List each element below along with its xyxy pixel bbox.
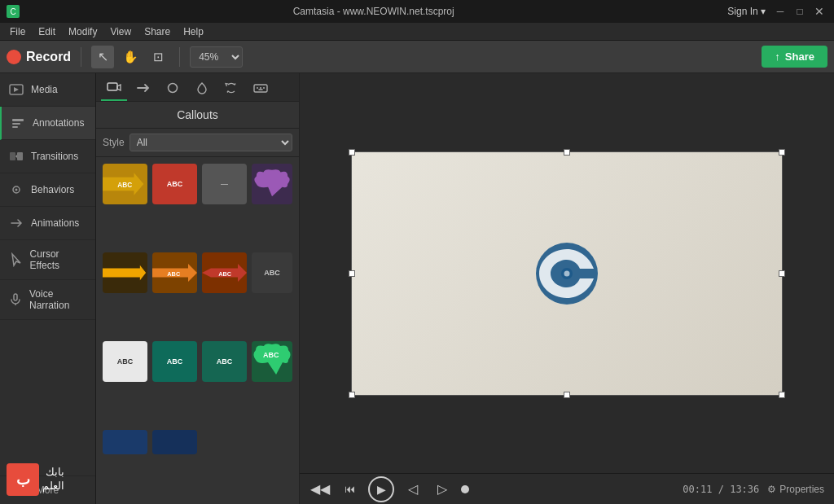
resize-handle-bm[interactable]: [564, 392, 570, 398]
rewind-button[interactable]: ◀◀: [309, 479, 331, 500]
callout-item[interactable]: —: [202, 164, 247, 204]
menu-share[interactable]: Share: [138, 24, 177, 39]
sidebar-item-annotations[interactable]: Annotations: [0, 107, 95, 140]
time-separator: /: [718, 484, 730, 495]
next-frame-button[interactable]: ▷: [432, 479, 453, 500]
sidebar-item-animations[interactable]: Animations: [0, 207, 95, 240]
menu-help[interactable]: Help: [177, 24, 210, 39]
resize-handle-ml[interactable]: [349, 270, 355, 277]
voice-narration-icon: [8, 291, 23, 308]
toolbar-separator-1: [81, 47, 81, 67]
callout-item[interactable]: [103, 430, 147, 454]
resize-handle-tr[interactable]: [779, 149, 785, 156]
prev-frame-icon: ◁: [408, 481, 418, 497]
menu-modify[interactable]: Modify: [62, 24, 103, 39]
maximize-button[interactable]: □: [792, 3, 808, 20]
menubar: File Edit Modify View Share Help: [0, 23, 834, 41]
sidebar-item-label-behaviors: Behaviors: [31, 184, 74, 195]
properties-button[interactable]: ⚙ Properties: [767, 484, 824, 495]
callout-item[interactable]: ABC: [152, 341, 197, 382]
tab-refresh[interactable]: [218, 77, 244, 101]
close-button[interactable]: ✕: [811, 3, 827, 20]
svg-point-11: [169, 84, 178, 93]
play-icon: ▶: [377, 483, 386, 496]
menu-view[interactable]: View: [103, 24, 138, 39]
sign-in-button[interactable]: Sign In ▾: [727, 6, 766, 17]
sidebar-item-voice-narration[interactable]: Voice Narration: [0, 280, 95, 320]
crop-tool-button[interactable]: ⊡: [147, 46, 169, 68]
tab-keyboard[interactable]: [248, 77, 274, 101]
callout-item[interactable]: ABC: [252, 252, 292, 293]
title-bar: C Camtasia - www.NEOWIN.net.tscproj Sign…: [0, 0, 834, 23]
callout-item[interactable]: ABC: [202, 252, 247, 293]
gear-icon: ⚙: [767, 484, 776, 495]
menu-edit[interactable]: Edit: [32, 24, 62, 39]
callout-item[interactable]: ABC: [103, 341, 147, 382]
tab-video[interactable]: [101, 77, 127, 101]
resize-handle-tl[interactable]: [349, 149, 355, 156]
zoom-select[interactable]: 45% 25% 50% 75% 100%: [190, 46, 243, 68]
svg-marker-19: [103, 265, 146, 280]
cursor-effects-icon: [8, 252, 24, 268]
callout-item[interactable]: [152, 430, 197, 454]
callout-item[interactable]: ABC: [202, 341, 247, 382]
callout-item[interactable]: ABC: [103, 164, 147, 204]
resize-handle-bl[interactable]: [349, 392, 355, 398]
watermark-line2: العلم: [42, 480, 64, 493]
play-button[interactable]: ▶: [368, 476, 394, 502]
share-button[interactable]: ↑ Share: [762, 46, 827, 68]
sidebar-item-cursor-effects[interactable]: Cursor Effects: [0, 240, 95, 280]
step-back-icon: ⏮: [345, 483, 355, 495]
tab-arrow[interactable]: [130, 77, 156, 101]
callout-item[interactable]: [252, 164, 292, 204]
svg-rect-4: [10, 152, 15, 160]
main-toolbar: Record ↖ ✋ ⊡ 45% 25% 50% 75% 100% ↑ Shar…: [0, 41, 834, 73]
callout-item[interactable]: ABC: [252, 341, 292, 382]
svg-rect-5: [17, 152, 23, 160]
watermark-logo-char: ب: [16, 471, 30, 489]
share-icon: ↑: [775, 50, 780, 63]
svg-point-7: [15, 189, 18, 191]
hand-icon: ✋: [123, 50, 138, 64]
transitions-icon: [8, 148, 24, 164]
menu-file[interactable]: File: [3, 24, 32, 39]
media-icon: [8, 81, 24, 98]
resize-handle-tm[interactable]: [564, 149, 570, 156]
record-label: Record: [26, 50, 71, 64]
callout-item[interactable]: ABC: [152, 252, 197, 293]
filter-label: Style: [103, 137, 125, 148]
crop-icon: ⊡: [153, 50, 164, 64]
svg-rect-8: [14, 294, 17, 300]
prev-frame-button[interactable]: ◁: [402, 479, 424, 500]
svg-rect-2: [12, 123, 20, 125]
sidebar-item-label-annotations: Annotations: [33, 117, 84, 129]
sidebar-item-transitions[interactable]: Transitions: [0, 140, 95, 173]
callout-item[interactable]: ABC: [152, 164, 197, 204]
scrubber-dot[interactable]: [461, 485, 469, 493]
preview-canvas: [300, 73, 834, 473]
resize-handle-mr[interactable]: [779, 270, 785, 277]
watermark-line1: بابك: [42, 466, 64, 480]
svg-text:ABC: ABC: [117, 182, 132, 189]
svg-text:ABC: ABC: [263, 351, 279, 359]
rewind-icon: ◀◀: [310, 481, 330, 497]
step-back-button[interactable]: ⏮: [339, 479, 360, 500]
sidebar-item-behaviors[interactable]: Behaviors: [0, 173, 95, 207]
svg-point-27: [564, 270, 570, 276]
minimize-button[interactable]: ─: [772, 3, 788, 20]
window-title: Camtasia - www.NEOWIN.net.tscproj: [20, 6, 727, 17]
sidebar-item-media[interactable]: Media: [0, 73, 95, 107]
svg-text:ABC: ABC: [218, 270, 232, 278]
record-indicator: [7, 50, 21, 64]
resize-handle-br[interactable]: [779, 392, 785, 398]
hand-tool-button[interactable]: ✋: [119, 46, 142, 68]
callouts-panel: Callouts Style All Basic Sketch ABC ABC …: [96, 73, 300, 504]
canvas-frame[interactable]: [351, 151, 783, 396]
record-button[interactable]: Record: [7, 50, 71, 64]
pointer-tool-button[interactable]: ↖: [91, 46, 114, 68]
sidebar: Media Annotations Transitions Behaviors …: [0, 73, 96, 504]
tab-shape[interactable]: [160, 77, 186, 101]
style-filter-select[interactable]: All Basic Sketch: [129, 134, 292, 151]
callout-item[interactable]: [103, 252, 147, 293]
tab-water[interactable]: [189, 77, 215, 101]
